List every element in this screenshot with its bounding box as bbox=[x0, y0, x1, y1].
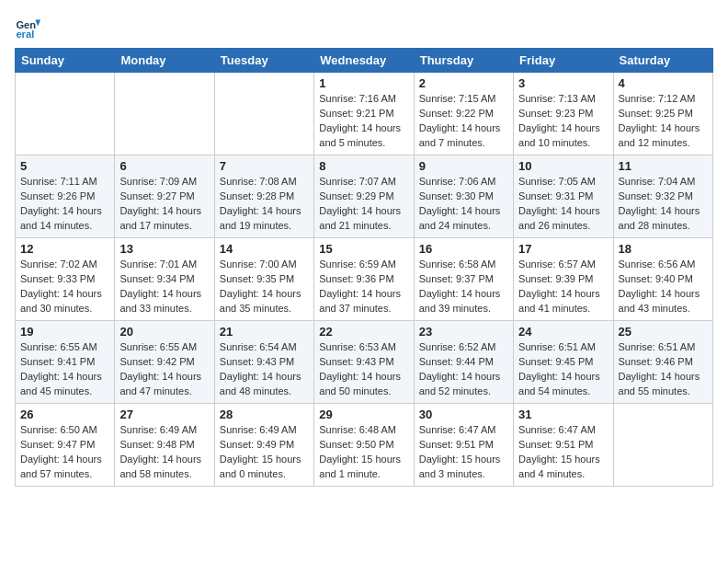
day-number: 21 bbox=[220, 325, 309, 339]
calendar-cell bbox=[613, 404, 712, 487]
day-info: Sunrise: 6:55 AMSunset: 9:41 PMDaylight:… bbox=[20, 341, 102, 396]
calendar-cell: 25Sunrise: 6:51 AMSunset: 9:46 PMDayligh… bbox=[613, 321, 712, 404]
calendar-cell: 19Sunrise: 6:55 AMSunset: 9:41 PMDayligh… bbox=[16, 321, 115, 404]
day-info: Sunrise: 7:04 AMSunset: 9:32 PMDaylight:… bbox=[619, 176, 700, 231]
day-number: 3 bbox=[518, 76, 608, 90]
calendar-cell: 13Sunrise: 7:01 AMSunset: 9:34 PMDayligh… bbox=[115, 238, 214, 321]
day-info: Sunrise: 6:47 AMSunset: 9:51 PMDaylight:… bbox=[518, 424, 600, 479]
day-info: Sunrise: 7:08 AMSunset: 9:28 PMDaylight:… bbox=[220, 176, 301, 231]
day-info: Sunrise: 7:01 AMSunset: 9:34 PMDaylight:… bbox=[119, 259, 201, 314]
day-number: 16 bbox=[419, 242, 508, 256]
day-number: 24 bbox=[518, 325, 608, 339]
calendar-cell: 23Sunrise: 6:52 AMSunset: 9:44 PMDayligh… bbox=[414, 321, 513, 404]
day-number: 19 bbox=[20, 325, 109, 339]
day-info: Sunrise: 7:07 AMSunset: 9:29 PMDaylight:… bbox=[319, 176, 401, 231]
day-number: 17 bbox=[518, 242, 608, 256]
day-info: Sunrise: 6:59 AMSunset: 9:36 PMDaylight:… bbox=[319, 259, 401, 314]
week-row-5: 26Sunrise: 6:50 AMSunset: 9:47 PMDayligh… bbox=[16, 404, 713, 487]
day-number: 13 bbox=[119, 242, 209, 256]
day-info: Sunrise: 7:09 AMSunset: 9:27 PMDaylight:… bbox=[119, 176, 201, 231]
day-info: Sunrise: 7:06 AMSunset: 9:30 PMDaylight:… bbox=[419, 176, 501, 231]
day-number: 20 bbox=[119, 325, 209, 339]
calendar-cell: 16Sunrise: 6:58 AMSunset: 9:37 PMDayligh… bbox=[414, 238, 513, 321]
calendar-cell: 17Sunrise: 6:57 AMSunset: 9:39 PMDayligh… bbox=[514, 238, 613, 321]
calendar-cell: 27Sunrise: 6:49 AMSunset: 9:48 PMDayligh… bbox=[115, 404, 214, 487]
day-info: Sunrise: 6:52 AMSunset: 9:44 PMDaylight:… bbox=[419, 341, 501, 396]
week-row-2: 5Sunrise: 7:11 AMSunset: 9:26 PMDaylight… bbox=[16, 155, 713, 238]
day-number: 7 bbox=[220, 159, 309, 173]
day-number: 6 bbox=[119, 159, 209, 173]
day-info: Sunrise: 6:55 AMSunset: 9:42 PMDaylight:… bbox=[119, 341, 201, 396]
calendar-cell bbox=[16, 73, 115, 155]
logo: Gen eral bbox=[15, 15, 44, 40]
week-row-3: 12Sunrise: 7:02 AMSunset: 9:33 PMDayligh… bbox=[16, 238, 713, 321]
weekday-header-sunday: Sunday bbox=[16, 49, 115, 73]
calendar-cell bbox=[214, 73, 313, 155]
calendar-cell: 4Sunrise: 7:12 AMSunset: 9:25 PMDaylight… bbox=[613, 73, 712, 155]
calendar-cell: 29Sunrise: 6:48 AMSunset: 9:50 PMDayligh… bbox=[314, 404, 414, 487]
calendar-cell: 12Sunrise: 7:02 AMSunset: 9:33 PMDayligh… bbox=[16, 238, 115, 321]
calendar-cell: 10Sunrise: 7:05 AMSunset: 9:31 PMDayligh… bbox=[514, 155, 613, 238]
calendar-cell: 15Sunrise: 6:59 AMSunset: 9:36 PMDayligh… bbox=[314, 238, 414, 321]
day-number: 12 bbox=[20, 242, 109, 256]
day-number: 28 bbox=[220, 408, 309, 421]
week-row-1: 1Sunrise: 7:16 AMSunset: 9:21 PMDaylight… bbox=[16, 73, 713, 155]
day-number: 1 bbox=[319, 76, 408, 90]
calendar-cell: 14Sunrise: 7:00 AMSunset: 9:35 PMDayligh… bbox=[214, 238, 313, 321]
day-info: Sunrise: 7:02 AMSunset: 9:33 PMDaylight:… bbox=[20, 259, 102, 314]
day-info: Sunrise: 7:16 AMSunset: 9:21 PMDaylight:… bbox=[319, 93, 401, 148]
day-number: 27 bbox=[119, 408, 209, 421]
day-number: 23 bbox=[419, 325, 508, 339]
weekday-header-row: SundayMondayTuesdayWednesdayThursdayFrid… bbox=[16, 49, 713, 73]
weekday-header-thursday: Thursday bbox=[414, 49, 513, 73]
day-info: Sunrise: 6:49 AMSunset: 9:49 PMDaylight:… bbox=[220, 424, 301, 479]
calendar-cell: 7Sunrise: 7:08 AMSunset: 9:28 PMDaylight… bbox=[214, 155, 313, 238]
day-number: 5 bbox=[20, 159, 109, 173]
day-number: 10 bbox=[518, 159, 608, 173]
day-number: 22 bbox=[319, 325, 408, 339]
day-number: 14 bbox=[220, 242, 309, 256]
calendar-cell: 5Sunrise: 7:11 AMSunset: 9:26 PMDaylight… bbox=[16, 155, 115, 238]
weekday-header-monday: Monday bbox=[115, 49, 214, 73]
day-info: Sunrise: 6:47 AMSunset: 9:51 PMDaylight:… bbox=[419, 424, 501, 479]
day-info: Sunrise: 7:15 AMSunset: 9:22 PMDaylight:… bbox=[419, 93, 501, 148]
calendar-cell: 6Sunrise: 7:09 AMSunset: 9:27 PMDaylight… bbox=[115, 155, 214, 238]
day-number: 29 bbox=[319, 408, 408, 421]
calendar-cell: 8Sunrise: 7:07 AMSunset: 9:29 PMDaylight… bbox=[314, 155, 414, 238]
weekday-header-friday: Friday bbox=[514, 49, 613, 73]
svg-text:eral: eral bbox=[16, 29, 34, 40]
calendar-cell: 26Sunrise: 6:50 AMSunset: 9:47 PMDayligh… bbox=[16, 404, 115, 487]
day-info: Sunrise: 6:57 AMSunset: 9:39 PMDaylight:… bbox=[518, 259, 600, 314]
day-number: 9 bbox=[419, 159, 508, 173]
day-info: Sunrise: 6:51 AMSunset: 9:45 PMDaylight:… bbox=[518, 341, 600, 396]
calendar-table: SundayMondayTuesdayWednesdayThursdayFrid… bbox=[15, 48, 713, 487]
day-info: Sunrise: 7:05 AMSunset: 9:31 PMDaylight:… bbox=[518, 176, 600, 231]
day-info: Sunrise: 6:53 AMSunset: 9:43 PMDaylight:… bbox=[319, 341, 401, 396]
day-number: 8 bbox=[319, 159, 408, 173]
svg-marker-2 bbox=[35, 20, 40, 27]
calendar-cell: 31Sunrise: 6:47 AMSunset: 9:51 PMDayligh… bbox=[514, 404, 613, 487]
day-number: 30 bbox=[419, 408, 508, 421]
weekday-header-saturday: Saturday bbox=[613, 49, 712, 73]
day-number: 25 bbox=[619, 325, 708, 339]
day-info: Sunrise: 6:50 AMSunset: 9:47 PMDaylight:… bbox=[20, 424, 102, 479]
calendar-cell: 1Sunrise: 7:16 AMSunset: 9:21 PMDaylight… bbox=[314, 73, 414, 155]
calendar-cell: 2Sunrise: 7:15 AMSunset: 9:22 PMDaylight… bbox=[414, 73, 513, 155]
calendar-cell: 30Sunrise: 6:47 AMSunset: 9:51 PMDayligh… bbox=[414, 404, 513, 487]
calendar-cell: 28Sunrise: 6:49 AMSunset: 9:49 PMDayligh… bbox=[214, 404, 313, 487]
calendar-cell: 3Sunrise: 7:13 AMSunset: 9:23 PMDaylight… bbox=[514, 73, 613, 155]
day-number: 4 bbox=[619, 76, 708, 90]
day-info: Sunrise: 6:58 AMSunset: 9:37 PMDaylight:… bbox=[419, 259, 501, 314]
day-number: 26 bbox=[20, 408, 109, 421]
weekday-header-tuesday: Tuesday bbox=[214, 49, 313, 73]
day-info: Sunrise: 6:54 AMSunset: 9:43 PMDaylight:… bbox=[220, 341, 301, 396]
weekday-header-wednesday: Wednesday bbox=[314, 49, 414, 73]
calendar-cell: 18Sunrise: 6:56 AMSunset: 9:40 PMDayligh… bbox=[613, 238, 712, 321]
day-info: Sunrise: 7:12 AMSunset: 9:25 PMDaylight:… bbox=[619, 93, 700, 148]
day-number: 18 bbox=[619, 242, 708, 256]
day-number: 31 bbox=[518, 408, 608, 421]
calendar-cell: 20Sunrise: 6:55 AMSunset: 9:42 PMDayligh… bbox=[115, 321, 214, 404]
calendar-cell: 24Sunrise: 6:51 AMSunset: 9:45 PMDayligh… bbox=[514, 321, 613, 404]
day-info: Sunrise: 7:00 AMSunset: 9:35 PMDaylight:… bbox=[220, 259, 301, 314]
calendar-cell: 11Sunrise: 7:04 AMSunset: 9:32 PMDayligh… bbox=[613, 155, 712, 238]
